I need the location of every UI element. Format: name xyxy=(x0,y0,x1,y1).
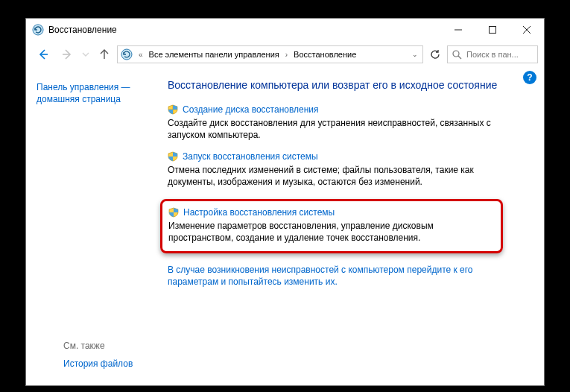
body: Панель управления — домашняя страница ? … xyxy=(26,68,544,385)
open-system-restore-link[interactable]: Запуск восстановления системы xyxy=(183,151,318,162)
control-panel-window: Восстановление xyxy=(25,18,545,386)
search-icon xyxy=(452,50,462,60)
configure-system-restore-link[interactable]: Настройка восстановления системы xyxy=(183,207,335,218)
svg-point-2 xyxy=(121,49,132,60)
control-panel-home-link[interactable]: Панель управления — домашняя страница xyxy=(37,81,157,105)
pc-settings-link[interactable]: В случае возникновения неисправностей с … xyxy=(168,264,510,288)
breadcrumb-icon xyxy=(121,48,133,60)
task-item: Запуск восстановления системы Отмена пос… xyxy=(168,151,510,188)
task-item-highlighted: Настройка восстановления системы Изменен… xyxy=(160,199,503,253)
window-title: Восстановление xyxy=(48,25,117,35)
breadcrumb-chevrons-icon: « xyxy=(136,51,146,59)
refresh-button[interactable] xyxy=(425,45,446,63)
task-description: Создайте диск восстановления для устране… xyxy=(168,117,510,141)
chevron-right-icon: › xyxy=(282,51,291,59)
breadcrumb-dropdown-icon[interactable]: ⌄ xyxy=(411,51,419,58)
task-item: Создание диска восстановления Создайте д… xyxy=(168,104,510,141)
navbar: « Все элементы панели управления › Восст… xyxy=(26,41,544,68)
up-button[interactable] xyxy=(93,43,115,66)
svg-rect-1 xyxy=(490,27,496,34)
back-button[interactable] xyxy=(32,43,54,66)
shield-icon xyxy=(168,151,178,162)
titlebar: Восстановление xyxy=(26,19,544,41)
svg-point-0 xyxy=(33,25,43,35)
main-content: ? Восстановление компьютера или возврат … xyxy=(168,68,544,385)
see-also-section: См. также История файлов xyxy=(63,341,133,369)
breadcrumb[interactable]: « Все элементы панели управления › Восст… xyxy=(117,45,423,63)
file-history-link[interactable]: История файлов xyxy=(63,358,133,369)
search-placeholder: Поиск в пан... xyxy=(466,50,533,59)
shield-icon xyxy=(168,207,179,218)
minimize-button[interactable] xyxy=(441,19,475,41)
create-recovery-drive-link[interactable]: Создание диска восстановления xyxy=(183,104,319,115)
search-input[interactable]: Поиск в пан... xyxy=(447,45,538,63)
breadcrumb-item[interactable]: Восстановление xyxy=(294,50,356,59)
recent-locations-button[interactable] xyxy=(80,43,92,66)
page-title: Восстановление компьютера или возврат ег… xyxy=(168,78,510,92)
shield-icon xyxy=(168,104,178,115)
breadcrumb-item[interactable]: Все элементы панели управления xyxy=(149,50,279,59)
recovery-icon xyxy=(32,24,44,36)
task-description: Отмена последних изменений в системе; фа… xyxy=(168,164,510,188)
window-controls xyxy=(441,19,544,41)
see-also-label: См. также xyxy=(63,341,133,351)
sidebar: Панель управления — домашняя страница xyxy=(26,68,168,385)
forward-button[interactable] xyxy=(56,43,78,66)
help-icon[interactable]: ? xyxy=(523,71,536,84)
maximize-button[interactable] xyxy=(475,19,510,41)
close-button[interactable] xyxy=(510,19,544,41)
task-description: Изменение параметров восстановления, упр… xyxy=(168,220,493,244)
svg-point-3 xyxy=(453,51,459,57)
